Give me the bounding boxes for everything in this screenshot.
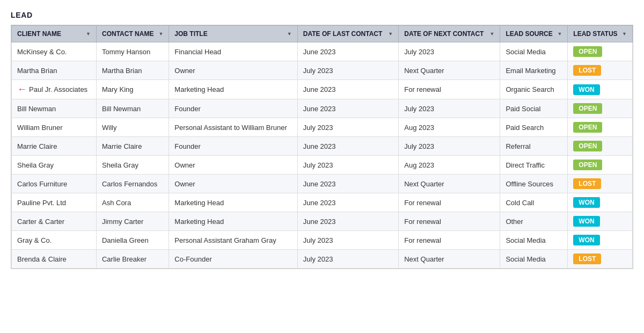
cell-lead-status: WON — [568, 193, 633, 212]
status-badge: WON — [573, 235, 599, 245]
cell-date-last-contact: June 2023 — [297, 175, 398, 193]
cell-lead-status: LOST — [568, 61, 633, 80]
dropdown-arrow-contactName[interactable]: ▼ — [158, 31, 163, 37]
highlight-arrow-icon: ← — [17, 84, 27, 95]
col-header-dateLastContact: DATE OF LAST CONTACT▼ — [297, 26, 398, 42]
cell-date-last-contact: July 2023 — [297, 231, 398, 250]
cell-date-last-contact: July 2023 — [297, 61, 398, 80]
cell-job-title: Founder — [169, 137, 297, 156]
cell-date-last-contact: June 2023 — [297, 42, 398, 61]
status-badge: WON — [573, 84, 599, 95]
table-row: Marrie ClaireMarrie ClaireFounderJune 20… — [12, 137, 633, 156]
dropdown-arrow-clientName[interactable]: ▼ — [86, 31, 91, 37]
cell-lead-source: Social Media — [500, 250, 568, 269]
cell-lead-source: Direct Traffic — [500, 156, 568, 175]
dropdown-arrow-leadSource[interactable]: ▼ — [557, 31, 562, 37]
cell-lead-status: OPEN — [568, 99, 633, 118]
cell-date-next-contact: July 2023 — [399, 137, 500, 156]
table-row: Pauline Pvt. LtdAsh CoraMarketing HeadJu… — [12, 193, 633, 212]
cell-date-last-contact: June 2023 — [297, 193, 398, 212]
cell-contact-name: Willy — [96, 118, 169, 137]
cell-date-next-contact: Aug 2023 — [399, 118, 500, 137]
cell-client-name: McKinsey & Co. — [12, 42, 97, 61]
leads-table: CLIENT NAME▼CONTACT NAME▼JOB TITLE▼DATE … — [11, 25, 633, 269]
cell-date-next-contact: For renewal — [399, 231, 500, 250]
cell-job-title: Marketing Head — [169, 212, 297, 231]
table-row: Gray & Co.Daniella GreenPersonal Assista… — [12, 231, 633, 250]
cell-job-title: Co-Founder — [169, 250, 297, 269]
table-row: Carter & CarterJimmy CarterMarketing Hea… — [12, 212, 633, 231]
cell-lead-source: Referral — [500, 137, 568, 156]
cell-client-name: Pauline Pvt. Ltd — [12, 193, 97, 212]
cell-client-name: Brenda & Claire — [12, 250, 97, 269]
cell-date-last-contact: June 2023 — [297, 80, 398, 99]
col-header-leadSource: LEAD SOURCE▼ — [500, 26, 568, 42]
cell-date-last-contact: June 2023 — [297, 99, 398, 118]
cell-contact-name: Tommy Hanson — [96, 42, 169, 61]
cell-date-next-contact: Next Quarter — [399, 61, 500, 80]
table-body: McKinsey & Co.Tommy HansonFinancial Head… — [12, 42, 633, 269]
cell-job-title: Personal Assistant to William Bruner — [169, 118, 297, 137]
cell-contact-name: Bill Newman — [96, 99, 169, 118]
status-badge: OPEN — [573, 103, 602, 114]
cell-lead-source: Organic Search — [500, 80, 568, 99]
cell-lead-status: OPEN — [568, 137, 633, 156]
cell-lead-status: WON — [568, 80, 633, 99]
col-header-leadStatus: LEAD STATUS▼ — [568, 26, 633, 42]
table-row: Brenda & ClaireCarlie BreakerCo-FounderJ… — [12, 250, 633, 269]
cell-date-next-contact: Next Quarter — [399, 175, 500, 193]
cell-date-next-contact: For renewal — [399, 80, 500, 99]
cell-date-last-contact: July 2023 — [297, 118, 398, 137]
cell-contact-name: Mary King — [96, 80, 169, 99]
dropdown-arrow-dateNextContact[interactable]: ▼ — [489, 31, 494, 37]
leads-table-wrapper: CLIENT NAME▼CONTACT NAME▼JOB TITLE▼DATE … — [11, 25, 633, 269]
cell-lead-source: Email Marketing — [500, 61, 568, 80]
cell-lead-source: Other — [500, 212, 568, 231]
table-header-row: CLIENT NAME▼CONTACT NAME▼JOB TITLE▼DATE … — [12, 26, 633, 42]
col-header-jobTitle: JOB TITLE▼ — [169, 26, 297, 42]
cell-date-next-contact: Aug 2023 — [399, 156, 500, 175]
table-row: ←Paul Jr. AssociatesMary KingMarketing H… — [12, 80, 633, 99]
col-header-clientName: CLIENT NAME▼ — [12, 26, 97, 42]
cell-lead-status: WON — [568, 212, 633, 231]
cell-job-title: Owner — [169, 61, 297, 80]
dropdown-arrow-leadStatus[interactable]: ▼ — [622, 31, 627, 37]
cell-lead-status: OPEN — [568, 42, 633, 61]
col-header-contactName: CONTACT NAME▼ — [96, 26, 169, 42]
cell-job-title: Marketing Head — [169, 80, 297, 99]
table-row: Sheila GraySheila GrayOwnerJuly 2023Aug … — [12, 156, 633, 175]
cell-date-next-contact: July 2023 — [399, 42, 500, 61]
page-title: LEAD — [11, 11, 633, 19]
cell-lead-status: WON — [568, 231, 633, 250]
status-badge: OPEN — [573, 160, 602, 170]
status-badge: OPEN — [573, 122, 602, 133]
cell-lead-source: Paid Social — [500, 99, 568, 118]
cell-date-last-contact: June 2023 — [297, 137, 398, 156]
cell-date-next-contact: July 2023 — [399, 99, 500, 118]
dropdown-arrow-dateLastContact[interactable]: ▼ — [388, 31, 393, 37]
cell-contact-name: Marrie Claire — [96, 137, 169, 156]
status-badge: LOST — [573, 178, 601, 189]
table-row: McKinsey & Co.Tommy HansonFinancial Head… — [12, 42, 633, 61]
cell-lead-status: OPEN — [568, 118, 633, 137]
cell-client-name: William Bruner — [12, 118, 97, 137]
cell-client-name: Martha Brian — [12, 61, 97, 80]
cell-client-name: Bill Newman — [12, 99, 97, 118]
status-badge: WON — [573, 216, 599, 227]
status-badge: OPEN — [573, 141, 602, 151]
cell-date-last-contact: June 2023 — [297, 212, 398, 231]
cell-date-next-contact: Next Quarter — [399, 250, 500, 269]
cell-contact-name: Carlie Breaker — [96, 250, 169, 269]
status-badge: WON — [573, 197, 599, 208]
cell-contact-name: Jimmy Carter — [96, 212, 169, 231]
dropdown-arrow-jobTitle[interactable]: ▼ — [287, 31, 292, 37]
cell-date-next-contact: For renewal — [399, 193, 500, 212]
cell-client-name: Sheila Gray — [12, 156, 97, 175]
status-badge: OPEN — [573, 46, 602, 57]
table-row: Bill NewmanBill NewmanFounderJune 2023Ju… — [12, 99, 633, 118]
cell-date-last-contact: July 2023 — [297, 250, 398, 269]
cell-lead-status: OPEN — [568, 156, 633, 175]
cell-client-name: Gray & Co. — [12, 231, 97, 250]
cell-contact-name: Martha Brian — [96, 61, 169, 80]
status-badge: LOST — [573, 254, 601, 264]
